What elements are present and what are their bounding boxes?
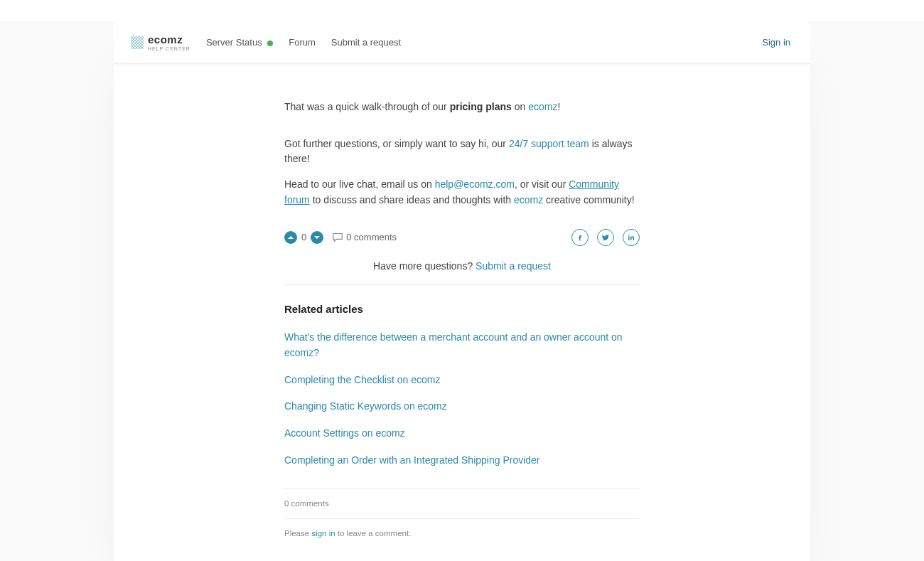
comment-icon: [332, 233, 343, 242]
comments-count-row: 0 comments: [284, 498, 640, 520]
signin-link-inline[interactable]: sign in: [311, 529, 335, 538]
share-twitter[interactable]: [597, 229, 614, 246]
nav: Server Status Forum Submit a request: [206, 37, 401, 48]
related-link-4[interactable]: Completing an Order with an Integrated S…: [284, 454, 540, 466]
header-left: ecomz HELP CENTER Server Status Forum Su…: [131, 34, 401, 51]
related-link-1[interactable]: Completing the Checklist on ecomz: [284, 374, 440, 385]
upvote-button[interactable]: [284, 231, 297, 244]
related-item: Completing an Order with an Integrated S…: [284, 453, 640, 469]
meta-row: 0 0 comments: [284, 229, 640, 246]
p2-a: Got further questions, or simply want to…: [284, 138, 509, 149]
logo-main: ecomz: [148, 34, 190, 45]
more-questions: Have more questions? Submit a request: [284, 259, 640, 285]
header: ecomz HELP CENTER Server Status Forum Su…: [114, 21, 810, 64]
facebook-icon: [576, 233, 584, 242]
logo-text: ecomz HELP CENTER: [148, 34, 190, 51]
related-item: Account Settings on ecomz: [284, 426, 640, 442]
p1-d: !: [557, 101, 560, 112]
signin-link[interactable]: Sign in: [762, 37, 790, 48]
p3-c: to discuss and share ideas and thoughts …: [310, 194, 514, 205]
logo-dots-icon: [131, 36, 144, 49]
paragraph-2: Got further questions, or simply want to…: [284, 137, 640, 167]
related-item: Completing the Checklist on ecomz: [284, 373, 640, 388]
linkedin-icon: [627, 233, 635, 242]
comments-label: 0 comments: [346, 230, 397, 245]
app-window: ecomz HELP CENTER Server Status Forum Su…: [114, 21, 810, 561]
p1-bold: pricing plans: [450, 101, 512, 112]
paragraph-3: Head to our live chat, email us on help@…: [284, 177, 640, 208]
related-link-3[interactable]: Account Settings on ecomz: [284, 427, 405, 439]
nav-forum[interactable]: Forum: [289, 37, 316, 48]
p1-ecomz-link[interactable]: ecomz: [528, 101, 557, 112]
p3-a: Head to our live chat, email us on: [284, 178, 435, 190]
p3-email-link[interactable]: help@ecomz.com: [435, 178, 515, 190]
related-link-0[interactable]: What's the difference between a merchant…: [284, 331, 623, 358]
related-list: What's the difference between a merchant…: [284, 330, 640, 468]
related-link-2[interactable]: Changing Static Keywords on ecomz: [284, 400, 447, 412]
p3-d: creative community!: [543, 194, 634, 205]
chevron-up-icon: [287, 234, 294, 241]
nav-server-status[interactable]: Server Status: [206, 37, 273, 48]
status-dot-icon: [267, 41, 273, 46]
p1-a: That was a quick walk-through of our: [284, 101, 450, 112]
twitter-icon: [601, 233, 610, 242]
p3-ecomz-link[interactable]: ecomz: [514, 194, 543, 205]
nav-submit-request[interactable]: Submit a request: [331, 37, 401, 48]
related-item: What's the difference between a merchant…: [284, 330, 640, 360]
signin-b: to leave a comment.: [335, 529, 412, 538]
chevron-down-icon: [313, 234, 321, 241]
logo[interactable]: ecomz HELP CENTER: [131, 34, 190, 51]
social-share: [571, 229, 640, 246]
p2-support-link[interactable]: 24/7 support team: [509, 138, 589, 149]
comments-section: 0 comments Please sign in to leave a com…: [284, 488, 640, 541]
logo-sub: HELP CENTER: [148, 46, 190, 51]
page-wrap: ecomz HELP CENTER Server Status Forum Su…: [0, 21, 924, 561]
share-linkedin[interactable]: [623, 229, 640, 246]
vote-group: 0 0 comments: [284, 230, 397, 245]
more-questions-text: Have more questions?: [373, 260, 476, 272]
related-title: Related articles: [284, 301, 640, 317]
more-questions-link[interactable]: Submit a request: [476, 260, 551, 272]
p3-b: , or visit our: [515, 178, 569, 190]
signin-a: Please: [284, 529, 311, 538]
paragraph-1: That was a quick walk-through of our pri…: [284, 100, 640, 115]
comments-summary[interactable]: 0 comments: [332, 230, 397, 245]
related-item: Changing Static Keywords on ecomz: [284, 399, 640, 415]
server-status-label: Server Status: [206, 37, 262, 48]
downvote-button[interactable]: [311, 231, 323, 244]
p1-c: on: [512, 101, 528, 112]
comments-signin-row: Please sign in to leave a comment.: [284, 528, 640, 540]
share-facebook[interactable]: [571, 229, 589, 246]
article-content: That was a quick walk-through of our pri…: [284, 100, 640, 561]
vote-count: 0: [301, 230, 306, 245]
